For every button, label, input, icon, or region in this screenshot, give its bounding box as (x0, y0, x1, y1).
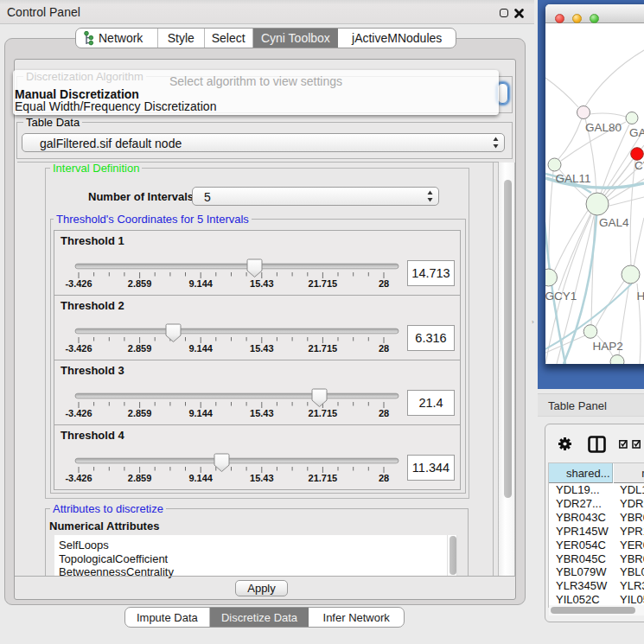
svg-text:-3.426: -3.426 (65, 473, 92, 483)
svg-text:H: H (637, 290, 644, 303)
svg-text:-3.426: -3.426 (65, 408, 92, 418)
svg-text:CY: CY (634, 159, 644, 172)
svg-text:9.144: 9.144 (188, 408, 213, 418)
svg-text:15.43: 15.43 (250, 408, 274, 418)
svg-text:GA: GA (629, 126, 644, 139)
svg-text:15.43: 15.43 (250, 343, 274, 354)
svg-text:9.144: 9.144 (188, 343, 213, 354)
svg-text:28: 28 (379, 408, 389, 418)
svg-text:21.715: 21.715 (309, 473, 338, 483)
svg-text:21.715: 21.715 (309, 343, 338, 354)
svg-text:28: 28 (379, 473, 389, 483)
svg-text:HAP2: HAP2 (593, 340, 623, 353)
svg-text:-3.426: -3.426 (65, 343, 92, 354)
svg-text:21.715: 21.715 (309, 278, 338, 289)
svg-text:GAL80: GAL80 (585, 121, 622, 134)
svg-text:2.859: 2.859 (128, 278, 152, 289)
svg-text:2.859: 2.859 (128, 473, 152, 483)
svg-text:9.144: 9.144 (188, 278, 213, 289)
svg-text:2.859: 2.859 (128, 343, 152, 354)
svg-text:28: 28 (379, 343, 389, 354)
svg-text:21.715: 21.715 (309, 408, 338, 418)
svg-text:15.43: 15.43 (250, 278, 274, 289)
svg-text:GAL11: GAL11 (556, 172, 591, 185)
svg-text:15.43: 15.43 (250, 473, 274, 483)
svg-text:28: 28 (379, 278, 389, 289)
svg-text:2.859: 2.859 (128, 408, 152, 418)
svg-text:GAL4: GAL4 (599, 216, 629, 229)
svg-text:9.144: 9.144 (188, 473, 213, 483)
svg-text:GCY1: GCY1 (545, 290, 577, 303)
svg-text:-3.426: -3.426 (65, 278, 92, 289)
